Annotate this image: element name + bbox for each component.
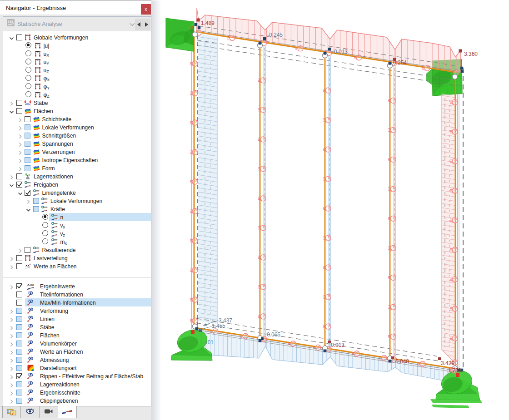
collapse-icon[interactable] xyxy=(18,190,23,195)
tree-item-lagerreaktionen[interactable]: Lagerreaktionen xyxy=(3,380,151,388)
checkbox-mixed[interactable] xyxy=(25,149,30,155)
tree-item-clippingebenen[interactable]: Clippingebenen xyxy=(3,396,151,405)
tree-item-ergebniswerte[interactable]: x.xx Ergebniswerte xyxy=(3,282,151,290)
checkbox-checked[interactable] xyxy=(16,182,22,188)
expand-icon[interactable] xyxy=(9,341,14,346)
checkbox-mixed[interactable] xyxy=(16,357,22,363)
expand-icon[interactable] xyxy=(26,198,31,203)
checkbox-checked[interactable] xyxy=(16,373,22,379)
tree-item-volumenk-rper[interactable]: Volumenkörper xyxy=(3,339,151,347)
expand-icon[interactable] xyxy=(9,357,14,362)
expand-icon[interactable] xyxy=(18,165,23,170)
node-symbol[interactable] xyxy=(453,74,458,79)
expand-icon[interactable] xyxy=(9,255,14,260)
tree-item-uz[interactable]: uZ xyxy=(3,66,151,74)
radio-unselected[interactable] xyxy=(25,67,31,73)
next-case-button[interactable] xyxy=(143,19,150,30)
expand-icon[interactable] xyxy=(18,141,23,146)
tree-item-freigaben[interactable]: Freigaben xyxy=(3,180,151,188)
tree-item-z[interactable]: φZ xyxy=(3,90,151,99)
close-button[interactable]: x xyxy=(141,4,151,15)
radio-unselected[interactable] xyxy=(25,83,31,89)
collapse-icon[interactable] xyxy=(9,35,14,40)
expand-icon[interactable] xyxy=(9,283,14,288)
tree-item-kr-fte[interactable]: Kräfte xyxy=(3,205,151,213)
tree-item-schnittgr-en[interactable]: Schnittgrößen xyxy=(3,131,151,139)
tree-item-isotrope-eigenschaften[interactable]: Isotrope Eigenschaften xyxy=(3,156,151,164)
checkbox-mixed[interactable] xyxy=(16,341,22,346)
tree-item-titelinformationen[interactable]: Titelinformationen xyxy=(3,290,151,298)
checkbox-checked[interactable] xyxy=(16,283,22,289)
tree-item-linien[interactable]: Linien xyxy=(3,315,151,323)
checkbox-checked[interactable] xyxy=(25,190,30,196)
tree-separator[interactable] xyxy=(3,277,151,278)
model-view[interactable]: -3.4011.489-0.245-0.0130.2543.360-3.437-… xyxy=(151,0,509,420)
expand-icon[interactable] xyxy=(9,263,14,268)
checkbox-unchecked[interactable] xyxy=(16,263,22,269)
checkbox-unchecked[interactable] xyxy=(16,173,22,179)
expand-icon[interactable] xyxy=(9,308,14,313)
checkbox-unchecked[interactable] xyxy=(16,35,22,40)
checkbox-mixed[interactable] xyxy=(25,165,30,171)
tree-item-vy[interactable]: vy xyxy=(3,221,151,229)
expand-icon[interactable] xyxy=(18,157,23,162)
checkbox-mixed[interactable] xyxy=(16,316,22,322)
expand-icon[interactable] xyxy=(9,173,14,178)
tree-item-rippen-effektiver-beitrag-auf-fl-che-stab[interactable]: Rippen - Effektiver Beitrag auf Fläche/S… xyxy=(3,372,151,380)
radio-unselected[interactable] xyxy=(25,91,31,97)
tab-views-navigator[interactable] xyxy=(40,406,58,418)
radio-unselected[interactable] xyxy=(25,75,31,81)
expand-icon[interactable] xyxy=(9,100,14,105)
checkbox-unchecked[interactable] xyxy=(25,116,30,122)
checkbox-unchecked[interactable] xyxy=(16,255,22,261)
checkbox-mixed[interactable] xyxy=(33,198,39,204)
collapse-icon[interactable] xyxy=(9,182,14,187)
tree-item-fl-chen[interactable]: Flächen xyxy=(3,107,151,115)
checkbox-mixed[interactable] xyxy=(25,124,30,130)
expand-icon[interactable] xyxy=(18,149,23,154)
collapse-icon[interactable] xyxy=(9,108,14,113)
expand-icon[interactable] xyxy=(18,247,23,252)
tree-item-lokale-verformungen[interactable]: Lokale Verformungen xyxy=(3,197,151,205)
checkbox-mixed[interactable] xyxy=(16,381,22,387)
collapse-icon[interactable] xyxy=(26,206,31,211)
expand-icon[interactable] xyxy=(9,381,14,386)
tab-results-navigator[interactable] xyxy=(58,406,77,418)
tree-item-globale-verformungen[interactable]: Globale Verformungen xyxy=(3,33,151,41)
radio-unselected[interactable] xyxy=(42,230,48,236)
expand-icon[interactable] xyxy=(9,349,14,354)
checkbox-mixed[interactable] xyxy=(25,133,30,138)
tree-item-werte-an-fl-chen[interactable]: xx Werte an Flächen xyxy=(3,262,151,270)
radio-unselected[interactable] xyxy=(25,50,31,56)
checkbox-unchecked[interactable] xyxy=(16,108,22,114)
previous-case-button[interactable] xyxy=(135,19,143,30)
checkbox-unchecked[interactable] xyxy=(25,247,30,253)
analysis-combo-value[interactable]: Statische Analyse xyxy=(17,21,62,27)
tree-item-mx[interactable]: mx xyxy=(3,237,151,246)
checkbox-mixed[interactable] xyxy=(16,390,22,395)
expand-icon[interactable] xyxy=(18,124,23,129)
chevron-down-icon[interactable] xyxy=(129,21,135,28)
tree-item-lokale-verformungen[interactable]: Lokale Verformungen xyxy=(3,123,151,131)
tree-item-x[interactable]: φX xyxy=(3,74,151,82)
tree-item-werte-an-fl-chen[interactable]: Werte an Flächen xyxy=(3,347,151,356)
checkbox-mixed[interactable] xyxy=(16,324,22,330)
tree-item-max-min-informationen[interactable]: Max/Min-Informationen xyxy=(3,298,151,306)
tree-item-lastverteilung[interactable]: Lastverteilung xyxy=(3,254,151,262)
tree-item-fl-chen[interactable]: Flächen xyxy=(3,331,151,339)
expand-icon[interactable] xyxy=(9,316,14,321)
tree-item-st-be[interactable]: Stäbe xyxy=(3,99,151,107)
expand-icon[interactable] xyxy=(9,373,14,378)
expand-icon[interactable] xyxy=(9,332,14,337)
tree-item-darstellungsart[interactable]: Darstellungsart xyxy=(3,364,151,372)
tree-item-verzerrungen[interactable]: Verzerrungen xyxy=(3,148,151,156)
node-symbol[interactable] xyxy=(193,32,198,37)
tree-item-spannungen[interactable]: Spannungen xyxy=(3,139,151,148)
tree-item-resultierende[interactable]: Resultierende xyxy=(3,246,151,254)
expand-icon[interactable] xyxy=(9,390,14,395)
checkbox-unchecked[interactable] xyxy=(16,292,22,297)
tree-item-|u|[interactable]: |u| xyxy=(3,41,151,49)
tree-item-ux[interactable]: uX xyxy=(3,49,151,58)
checkbox-unchecked[interactable] xyxy=(16,100,22,106)
radio-unselected[interactable] xyxy=(42,222,48,228)
